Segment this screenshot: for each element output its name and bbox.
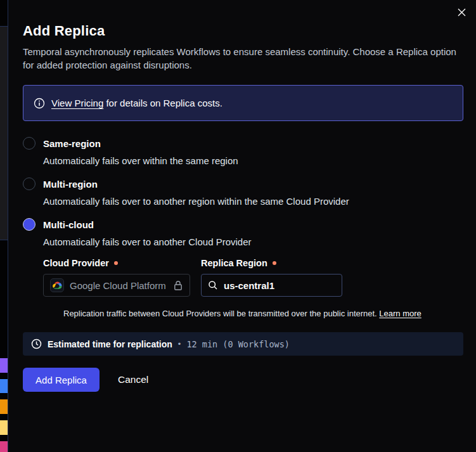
cloud-provider-value: Google Cloud Platform [70,280,166,291]
option-label: Same-region [43,138,101,149]
cloud-provider-select: Google Cloud Platform [43,274,190,297]
nav-color-block-orange [0,399,8,414]
option-multi-cloud: Multi-cloud Automatically fails over to … [23,218,463,318]
option-description: Automatically fails over to another regi… [43,196,463,207]
estimate-separator: • [178,339,181,349]
background-panel [0,27,8,240]
view-pricing-link[interactable]: View Pricing [51,98,103,108]
field-label-text: Replica Region [201,258,267,268]
option-same-region: Same-region Automatically fails over wit… [23,137,463,166]
public-internet-note: Replication traffic between Cloud Provid… [63,309,463,318]
radio-same-region[interactable]: Same-region [23,137,463,150]
option-label: Multi-cloud [43,219,94,230]
info-icon [34,98,45,109]
pricing-info-banner: View Pricing for details on Replica cost… [23,85,463,121]
option-label: Multi-region [43,179,98,190]
note-text: Replication traffic between Cloud Provid… [63,309,379,318]
required-dot [273,261,276,265]
required-dot [114,261,118,265]
replica-region-input[interactable] [224,280,335,291]
google-cloud-logo-icon [50,278,64,292]
estimate-value: 12 min (0 Workflows) [186,339,290,349]
radio-circle-icon[interactable] [23,178,35,190]
cloud-provider-label: Cloud Provider [43,258,190,268]
multi-cloud-form: Cloud Provider [43,258,463,318]
option-description: Automatically fails over to another Clou… [43,236,463,247]
estimate-banner: Estimated time for replication • 12 min … [23,332,463,356]
nav-color-block-purple [0,358,8,373]
replica-option-group: Same-region Automatically fails over wit… [23,137,463,318]
option-multi-region: Multi-region Automatically fails over to… [23,178,463,207]
field-label-text: Cloud Provider [43,258,109,268]
radio-multi-region[interactable]: Multi-region [23,178,463,190]
add-replica-modal: Add Replica Temporal asynchronously repl… [8,0,476,452]
replica-region-label: Replica Region [201,258,342,268]
modal-actions: Add Replica Cancel [23,368,463,392]
add-replica-button[interactable]: Add Replica [23,368,100,392]
nav-color-block-yellow [0,420,8,435]
close-icon[interactable] [454,5,468,19]
page-title: Add Replica [23,23,463,39]
nav-color-block-blue [0,379,8,393]
cancel-button[interactable]: Cancel [118,374,148,385]
learn-more-link[interactable]: Learn more [379,309,421,318]
radio-multi-cloud[interactable]: Multi-cloud [23,218,463,231]
pricing-banner-text: View Pricing for details on Replica cost… [51,98,222,108]
modal-description: Temporal asynchronously replicates Workf… [23,45,463,72]
clock-icon [31,339,42,349]
replica-region-field[interactable] [201,274,342,297]
radio-circle-selected-icon[interactable] [23,218,35,231]
lock-icon [173,280,183,291]
estimate-label: Estimated time for replication [48,339,172,349]
pricing-banner-rest: for details on Replica costs. [103,98,222,108]
search-icon [208,280,218,290]
nav-color-block-pink [0,441,8,452]
option-description: Automatically fails over within the same… [43,155,463,166]
background-page-strip [0,0,8,452]
radio-circle-icon[interactable] [23,137,35,150]
